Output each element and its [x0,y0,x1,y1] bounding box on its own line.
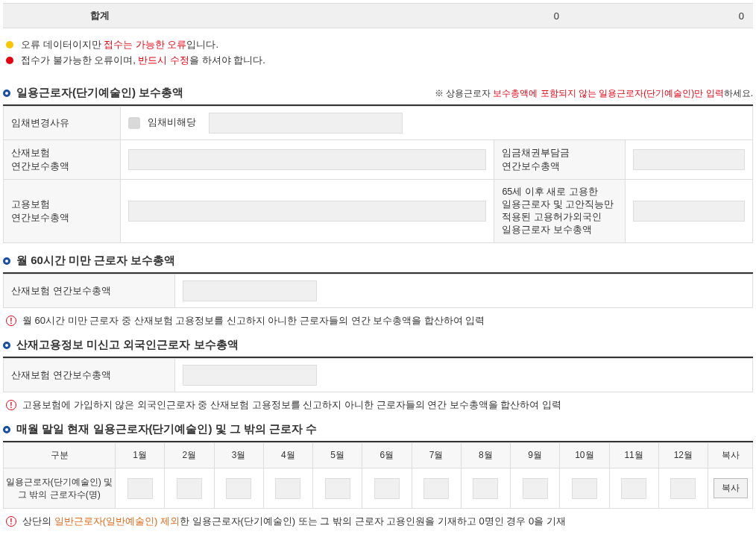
s3-info: ! 고용보험에 가입하지 않은 외국인근로자 중 산재보험 고용정보를 신고하지… [6,398,753,412]
s2-info: ! 월 60시간 미만 근로자 중 산재보험 고용정보를 신고하지 아니한 근로… [6,314,753,327]
col-month: 5월 [313,443,362,468]
month-6-input[interactable] [374,478,400,499]
s1-row1-label: 임채변경사유 [4,107,121,140]
col-month: 1월 [116,443,165,468]
month-7-input[interactable] [423,478,449,499]
month-3-input[interactable] [226,478,251,499]
col-month: 2월 [165,443,214,468]
sanjae-annual-input[interactable] [128,149,486,170]
bullet-icon [3,342,10,349]
dot-yellow-icon [6,41,13,48]
s4-info: ! 상단의 일반근로자(일반예술인) 제외한 일용근로자(단기예술인) 또는 그… [6,515,753,528]
goyoung-annual-input[interactable] [128,201,486,222]
s2-input[interactable] [183,280,317,301]
col-month: 10월 [560,443,609,468]
legend-yellow: 오류 데이터이지만 접수는 가능한 오류입니다. [6,38,750,51]
total-row: 합계 0 0 [3,3,753,28]
months-row-label: 일용근로자(단기예술인) 및 그 밖의 근로자수(명) [4,468,116,509]
s3-label: 산재보험 연간보수총액 [4,359,175,392]
total-label: 합계 [3,9,197,22]
month-10-input[interactable] [572,478,597,499]
section-4-title: 매월 말일 현재 일용근로자(단기예술인) 및 그 밖의 근로자 수 [16,422,317,436]
section-1-note: ※ 상용근로자 보수총액에 포함되지 않는 일용근로자(단기예술인)만 입력하세… [435,87,753,100]
col-month: 11월 [609,443,658,468]
s1-row2-right-label: 임금채권부담금 연간보수총액 [494,140,626,180]
dot-red-icon [6,57,13,64]
wage-reason-checkbox[interactable] [128,117,140,129]
col-month: 9월 [511,443,560,468]
month-1-input[interactable] [127,478,153,499]
info-icon: ! [6,316,16,326]
total-value-1: 0 [197,10,693,22]
s1-row2-label: 산재보험 연간보수총액 [4,140,121,180]
s3-input[interactable] [183,365,317,386]
section-3-head: 산재고용정보 미신고 외국인근로자 보수총액 [3,338,753,358]
section-4-head: 매월 말일 현재 일용근로자(단기예술인) 및 그 밖의 근로자 수 [3,422,753,442]
copy-button[interactable]: 복사 [714,478,748,498]
s1-row3-label: 고용보험 연간보수총액 [4,180,121,243]
legend-red: 접수가 불가능한 오류이며, 반드시 수정을 하셔야 합니다. [6,54,750,67]
bullet-icon [3,426,10,433]
month-8-input[interactable] [473,478,498,499]
section-1-title: 일용근로자(단기예술인) 보수총액 [16,86,183,100]
legend: 오류 데이터이지만 접수는 가능한 오류입니다. 접수가 불가능한 오류이며, … [3,28,753,75]
months-table: 구분 1월 2월 3월 4월 5월 6월 7월 8월 9월 10월 11월 12… [3,442,753,509]
col-copy: 복사 [708,443,753,468]
col-month: 6월 [362,443,412,468]
total-value-2: 0 [693,10,753,22]
bullet-icon [3,90,10,97]
s1-row3-right-label: 65세 이후 새로 고용한 일용근로자 및 고안직능만 적용된 고용허가외국인 … [494,180,626,243]
month-11-input[interactable] [621,478,646,499]
month-9-input[interactable] [523,478,548,499]
col-month: 12월 [658,443,708,468]
col-month: 4월 [263,443,312,468]
col-month: 7월 [412,443,461,468]
section-2-table: 산재보험 연간보수총액 [3,274,753,308]
month-5-input[interactable] [325,478,350,499]
section-2-head: 월 60시간 미만 근로자 보수총액 [3,254,753,274]
col-gubun: 구분 [4,443,116,468]
col-month: 3월 [214,443,263,468]
section-1-head: 일용근로자(단기예술인) 보수총액 ※ 상용근로자 보수총액에 포함되지 않는 … [3,86,753,106]
section-2-title: 월 60시간 미만 근로자 보수총액 [16,254,175,268]
wage-reason-text: 임채비해당 [148,116,196,128]
info-icon: ! [6,400,16,410]
month-12-input[interactable] [670,478,696,499]
section-3-title: 산재고용정보 미신고 외국인근로자 보수총액 [16,338,239,352]
over65-input[interactable] [633,201,745,222]
s2-label: 산재보험 연간보수총액 [4,275,175,308]
bullet-icon [3,257,10,265]
section-3-table: 산재보험 연간보수총액 [3,358,753,392]
wage-reason-input[interactable] [209,113,403,134]
wage-claim-input[interactable] [633,149,745,170]
info-icon: ! [6,516,16,527]
month-4-input[interactable] [275,478,300,499]
col-month: 8월 [461,443,510,468]
section-1-table: 임채변경사유 임채비해당 산재보험 연간보수총액 임금채권부담금 연간보수총액 … [3,106,753,243]
month-2-input[interactable] [177,478,202,499]
